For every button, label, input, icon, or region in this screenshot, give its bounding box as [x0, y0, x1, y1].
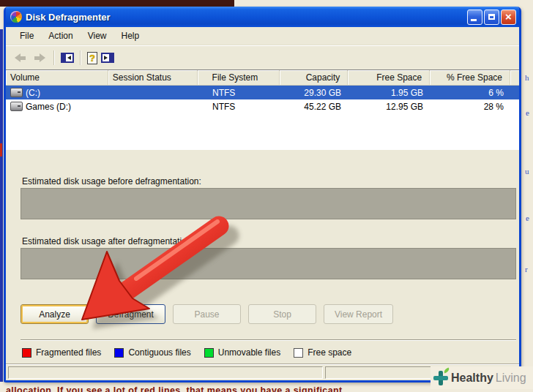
drive-icon — [10, 102, 23, 111]
legend-item-contiguous: Contiguous files — [114, 347, 190, 358]
usage-before-label: Estimated disk usage before defragmentat… — [22, 176, 201, 186]
back-icon[interactable] — [12, 50, 28, 65]
menu-action[interactable]: Action — [42, 29, 79, 43]
menubar: File Action View Help — [6, 27, 519, 45]
button-row: Analyze Defragment Pause Stop View Repor… — [20, 304, 393, 324]
menu-file[interactable]: File — [13, 29, 40, 43]
legend-item-unmovable: Unmovable files — [204, 347, 280, 358]
column-header-pct-free-space[interactable]: % Free Space — [430, 70, 510, 85]
pause-button: Pause — [173, 304, 241, 324]
maximize-button[interactable] — [484, 10, 499, 25]
volume-list-header: Volume Session Status File System Capaci… — [6, 70, 519, 86]
background-text-fragment: h — [525, 73, 529, 82]
console-tree-icon[interactable] — [61, 53, 74, 63]
legend-item-free-space: Free space — [294, 347, 351, 358]
menu-help[interactable]: Help — [115, 29, 146, 43]
legend-label: Fragmented files — [36, 347, 101, 358]
legend-item-fragmented: Fragmented files — [22, 347, 101, 358]
drive-icon — [10, 88, 23, 97]
plus-leaf-icon — [433, 371, 448, 385]
background-text-fragment: e — [526, 108, 529, 117]
column-header-volume[interactable]: Volume — [6, 70, 108, 85]
app-icon — [10, 11, 22, 23]
disk-defragmenter-window: Disk Defragmenter × File Action View Hel… — [4, 7, 521, 382]
legend-label: Free space — [308, 347, 351, 358]
column-header-capacity[interactable]: Capacity — [280, 70, 348, 85]
free-space: 1.95 GB — [348, 88, 430, 98]
defrag-panel: Estimated disk usage before defragmentat… — [6, 150, 519, 364]
stop-button: Stop — [248, 304, 316, 324]
clipped-article-text: allocation. If you see a lot of red line… — [6, 385, 401, 392]
background-artifact — [0, 143, 2, 157]
free-space: 12.95 GB — [348, 102, 430, 112]
volume-name: Games (D:) — [26, 102, 71, 112]
background-text-fragment: e — [526, 214, 529, 222]
logo-text-bold: Healthy — [451, 372, 493, 384]
pct-free-space: 6 % — [430, 88, 511, 98]
background-artifact-left — [0, 29, 3, 382]
usage-after-label: Estimated disk usage after defragmentati… — [22, 236, 194, 246]
pct-free-space: 28 % — [430, 102, 511, 112]
column-header-free-space[interactable]: Free Space — [348, 70, 430, 85]
background-text-fragment: r — [525, 265, 528, 274]
toolbar-separator — [80, 50, 81, 65]
window-title: Disk Defragmenter — [26, 12, 467, 23]
maximize-icon — [488, 14, 495, 20]
close-icon: × — [505, 11, 512, 22]
page: { "background": { "side_fragments": ["h"… — [0, 0, 533, 392]
action-pane-icon[interactable] — [101, 53, 114, 63]
usage-after-bar — [20, 248, 516, 279]
minimize-icon — [471, 19, 477, 21]
legend-label: Contiguous files — [128, 347, 190, 358]
usage-before-bar — [20, 188, 516, 219]
minimize-button[interactable] — [467, 10, 482, 25]
menu-view[interactable]: View — [81, 29, 113, 43]
capacity: 29.30 GB — [280, 88, 348, 98]
contiguous-swatch — [114, 348, 124, 358]
column-header-session-status[interactable]: Session Status — [108, 70, 198, 85]
unmovable-swatch — [204, 348, 214, 358]
fragmented-swatch — [22, 348, 31, 358]
legend-divider — [20, 339, 516, 341]
volume-list: Volume Session Status File System Capaci… — [6, 69, 519, 150]
column-header-file-system[interactable]: File System — [198, 70, 280, 85]
toolbar-separator — [53, 50, 55, 65]
file-system: NTFS — [198, 88, 280, 98]
view-report-button: View Report — [324, 304, 393, 324]
forward-icon[interactable] — [31, 50, 48, 65]
volume-name: (C:) — [26, 88, 40, 98]
background-artifact-top — [0, 0, 234, 7]
legend-label: Unmovable files — [218, 347, 280, 358]
logo-text-light: Living — [496, 372, 526, 384]
close-button[interactable]: × — [501, 10, 516, 25]
free-space-swatch — [294, 348, 303, 358]
table-row-drive-d[interactable]: Games (D:) NTFS 45.22 GB 12.95 GB 28 % — [6, 99, 519, 113]
table-row-drive-c[interactable]: (C:) NTFS 29.30 GB 1.95 GB 6 % — [6, 86, 519, 99]
file-system: NTFS — [198, 102, 280, 112]
status-pane — [8, 366, 323, 379]
titlebar[interactable]: Disk Defragmenter × — [6, 7, 519, 27]
capacity: 45.22 GB — [280, 102, 348, 112]
healthy-living-logo: HealthyLiving — [430, 366, 533, 389]
analyze-button[interactable]: Analyze — [20, 304, 89, 324]
help-icon[interactable]: ? — [87, 52, 97, 64]
toolbar: ? — [6, 45, 519, 71]
column-header-filler — [510, 70, 519, 85]
background-text-fragment: u — [525, 167, 529, 176]
defragment-button[interactable]: Defragment — [96, 304, 165, 324]
legend: Fragmented files Contiguous files Unmova… — [22, 347, 351, 358]
